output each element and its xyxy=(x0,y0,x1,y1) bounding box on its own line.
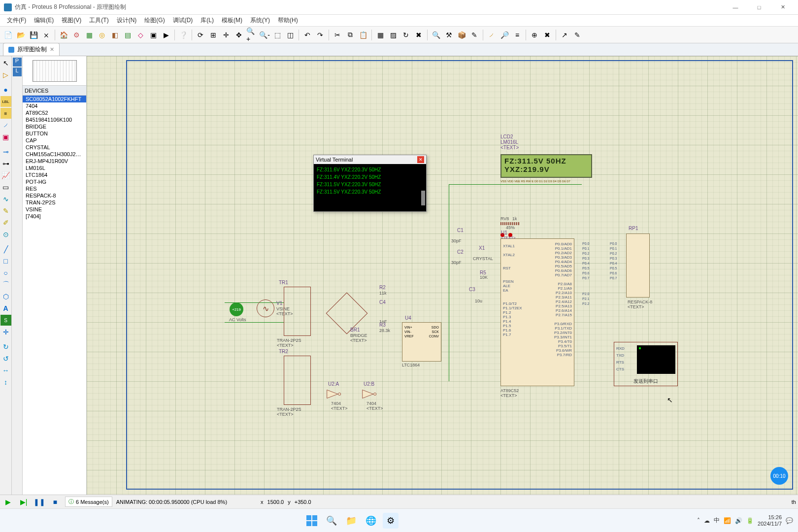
bus-icon[interactable]: ⟋ xyxy=(0,120,11,131)
mirror-y-icon[interactable]: ↕ xyxy=(0,377,11,388)
exit-to-parent-button[interactable]: ↗ xyxy=(559,29,570,41)
code-button[interactable]: ◇ xyxy=(134,29,146,41)
menu-system[interactable]: 系统(Y) xyxy=(246,15,274,26)
tray-clock[interactable]: 15:26 2024/11/7 xyxy=(758,514,782,527)
transformer-tr2[interactable] xyxy=(284,356,311,405)
circle-icon[interactable]: ○ xyxy=(0,267,11,278)
device-item[interactable]: CAP xyxy=(23,137,86,144)
home-button[interactable]: 🏠 xyxy=(58,29,69,41)
device-item[interactable]: 7404 xyxy=(23,102,86,109)
virtual-terminal-window[interactable]: Virtual Terminal ✕ FZ:311.6V YXZ:220.3V … xyxy=(313,155,427,212)
p-button-icon[interactable]: P xyxy=(13,58,22,66)
block-rotate-button[interactable]: ↻ xyxy=(400,29,412,41)
transformer-tr1[interactable] xyxy=(284,287,311,336)
text-script-icon[interactable]: ≡ xyxy=(0,108,11,119)
taskbar-proteus-icon[interactable]: ⚙ xyxy=(383,513,399,529)
device-item[interactable]: BUTTON xyxy=(23,130,86,137)
block-move-button[interactable]: ▨ xyxy=(387,29,399,41)
box-icon[interactable]: □ xyxy=(0,256,11,266)
close-icon[interactable]: ✕ xyxy=(417,156,424,163)
tray-wifi-icon[interactable]: 📶 xyxy=(724,517,731,524)
close-project-button[interactable]: ⨯ xyxy=(40,29,52,41)
stop-button[interactable]: ■ xyxy=(49,497,61,507)
minimize-button[interactable]: — xyxy=(724,1,747,13)
voltage-probe-icon[interactable]: ✎ xyxy=(0,205,11,216)
menu-template[interactable]: 模板(M) xyxy=(218,15,246,26)
selection-mode-icon[interactable]: ↖ xyxy=(0,58,11,68)
start-button[interactable] xyxy=(304,513,320,529)
undo-button[interactable]: ↶ xyxy=(301,29,313,41)
maximize-button[interactable]: □ xyxy=(748,1,770,13)
new-sheet-button[interactable]: ⊕ xyxy=(529,29,540,41)
tab-close-icon[interactable]: ✕ xyxy=(50,46,54,53)
virtual-terminal-titlebar[interactable]: Virtual Terminal ✕ xyxy=(314,155,426,164)
device-item[interactable]: ERJ-MP4J1R00V xyxy=(23,158,86,165)
mcu-component[interactable]: U1 <TEXT> XTAL1 XTAL2 RST PSEN ALE EA P1… xyxy=(500,238,574,386)
wire-label-icon[interactable]: LBL xyxy=(0,96,11,107)
pcb-button[interactable]: ▦ xyxy=(83,29,95,41)
graph-icon[interactable]: 📈 xyxy=(0,170,11,181)
tray-notifications-icon[interactable]: 💬 xyxy=(786,517,793,524)
zoom-out-button[interactable]: 🔍- xyxy=(259,29,270,41)
tray-chevron-icon[interactable]: ˄ xyxy=(697,517,700,524)
current-probe-icon[interactable]: ✐ xyxy=(0,217,11,228)
virtual-instrument-icon[interactable]: ⊙ xyxy=(0,229,11,240)
menu-design[interactable]: 设计(N) xyxy=(113,15,141,26)
debug-button[interactable]: ▶ xyxy=(160,29,172,41)
decompose-button[interactable]: ✎ xyxy=(468,29,480,41)
symbol-icon[interactable]: S xyxy=(0,315,11,326)
save-button[interactable]: 💾 xyxy=(28,29,39,41)
taskbar-search-icon[interactable]: 🔍 xyxy=(324,513,339,529)
prop-button[interactable]: ≡ xyxy=(511,29,523,41)
grid-button[interactable]: ⊞ xyxy=(207,29,219,41)
device-item[interactable]: VSINE xyxy=(23,206,86,213)
voltage-probe[interactable]: +219 xyxy=(230,302,243,316)
copy-button[interactable]: ⧉ xyxy=(344,29,356,41)
redo-button[interactable]: ↷ xyxy=(314,29,326,41)
redraw-button[interactable]: ⟳ xyxy=(195,29,206,41)
serial-port-component[interactable]: RXD TXD RTS CTS 发送到串口 xyxy=(614,342,678,386)
zoom-all-button[interactable]: ⬚ xyxy=(271,29,283,41)
not-gate-u2b[interactable] xyxy=(362,388,378,400)
vsm-button[interactable]: ▣ xyxy=(147,29,159,41)
path-icon[interactable]: ⬡ xyxy=(0,291,11,302)
close-button[interactable]: ✕ xyxy=(771,1,794,13)
subcircuit-icon[interactable]: ▣ xyxy=(0,132,11,142)
bill-of-materials-button[interactable]: ✎ xyxy=(571,29,583,41)
menu-library[interactable]: 库(L) xyxy=(197,15,218,26)
pan-button[interactable]: ✥ xyxy=(233,29,245,41)
device-item[interactable]: TRAN-2P2S xyxy=(23,199,86,206)
tray-ime[interactable]: 中 xyxy=(714,516,720,525)
pick-button[interactable]: 🔍 xyxy=(430,29,442,41)
paste-button[interactable]: 📋 xyxy=(357,29,369,41)
play-button[interactable]: ▶ xyxy=(2,497,14,507)
origin-button[interactable]: ✛ xyxy=(220,29,232,41)
menu-debug[interactable]: 调试(D) xyxy=(169,15,197,26)
device-item[interactable]: RES xyxy=(23,185,86,192)
terminal-icon[interactable]: ⊸ xyxy=(0,146,11,157)
messages-box[interactable]: ⓘ 6 Message(s) xyxy=(65,497,112,507)
tray-onedrive-icon[interactable]: ☁ xyxy=(704,517,710,524)
line-icon[interactable]: ╱ xyxy=(0,244,11,255)
remove-sheet-button[interactable]: ✖ xyxy=(541,29,553,41)
device-item[interactable]: LM016L xyxy=(23,165,86,171)
tab-schematic[interactable]: 原理图绘制 ✕ xyxy=(3,43,60,56)
bom-button[interactable]: ▤ xyxy=(122,29,133,41)
device-list[interactable]: SC08052A1002FKHFT 7404 AT89C52 B45198411… xyxy=(23,96,86,495)
device-item[interactable]: AT89C52 xyxy=(23,109,86,116)
adc-component[interactable]: VIN+SDO VIN-SCK VREFCONV xyxy=(402,322,441,362)
menu-file[interactable]: 文件(F) xyxy=(3,15,30,26)
gerber-button[interactable]: ◧ xyxy=(109,29,121,41)
not-gate-u2a[interactable] xyxy=(326,388,343,400)
tray-battery-icon[interactable]: 🔋 xyxy=(746,517,754,524)
taskbar-explorer-icon[interactable]: 📁 xyxy=(343,513,359,529)
device-item[interactable]: [7404] xyxy=(23,213,86,220)
resistor-pack-component[interactable] xyxy=(626,233,650,298)
menu-view[interactable]: 视图(V) xyxy=(58,15,85,26)
device-item[interactable]: POT-HG xyxy=(23,178,86,185)
generator-icon[interactable]: ∿ xyxy=(0,194,11,204)
menu-graph[interactable]: 绘图(G) xyxy=(140,15,168,26)
device-item[interactable]: CHM155aC1H300J201D xyxy=(23,151,86,158)
rotate-ccw-icon[interactable]: ↺ xyxy=(0,353,11,364)
menu-edit[interactable]: 编辑(E) xyxy=(30,15,58,26)
